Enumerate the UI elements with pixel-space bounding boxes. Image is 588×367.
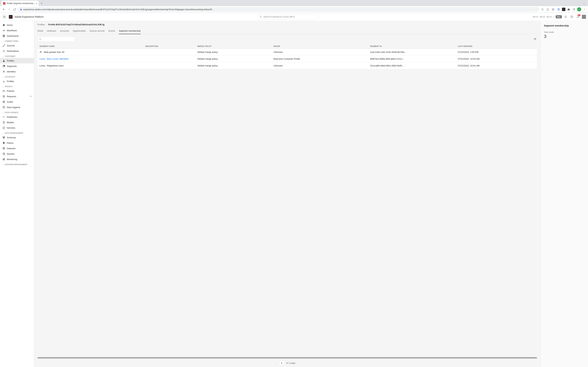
page-of-text: of 1 page: [286, 362, 295, 364]
column-header[interactable]: MERGE POLICY: [196, 44, 272, 49]
sidebar-item-label: Dashboards: [7, 35, 19, 37]
prev-page-button[interactable]: ‹: [275, 362, 277, 364]
url-bar[interactable]: experience.adobe.com/#/@salesvelocity/sn…: [18, 7, 539, 12]
tabs-dropdown-icon[interactable]: ⌄: [581, 2, 587, 5]
sidebar-item-schemas[interactable]: Schemas: [0, 135, 34, 140]
hamburger-menu-button[interactable]: [2, 14, 7, 19]
sidebar-item-dashboards[interactable]: Dashboards: [0, 33, 34, 39]
sandbox-indicator[interactable]: [533, 16, 538, 18]
panel-icon[interactable]: [572, 8, 576, 10]
sidebar-item-profiles[interactable]: Profiles: [0, 78, 34, 84]
browser-tab[interactable]: A Profile Segment membership | ×: [1, 1, 39, 6]
column-settings-icon[interactable]: [533, 37, 537, 41]
sidebar-item-workflows[interactable]: Workflows: [0, 28, 34, 33]
share-icon[interactable]: [546, 8, 550, 11]
sidebar-item-models[interactable]: Models: [0, 120, 34, 125]
search-icon: [39, 38, 41, 40]
org-indicator[interactable]: [540, 16, 545, 18]
forward-button[interactable]: [7, 7, 11, 11]
tab-events[interactable]: Events: [108, 28, 115, 34]
tab-accounts[interactable]: Accounts: [60, 28, 69, 34]
next-page-button[interactable]: ›: [297, 362, 299, 364]
sidebar-item-destinations[interactable]: Destinations: [0, 48, 34, 54]
column-header[interactable]: DESCRIPTION: [144, 44, 196, 49]
sidebar-item-services[interactable]: Services: [0, 125, 34, 131]
column-header[interactable]: SEGMENT ID: [368, 44, 456, 49]
search-url-icon[interactable]: [541, 8, 545, 11]
tab-source-records[interactable]: Source records: [90, 28, 105, 34]
table-search-input[interactable]: [37, 36, 75, 42]
apps-grid-icon[interactable]: [563, 15, 568, 19]
svg-point-23: [3, 106, 5, 107]
new-tab-button[interactable]: +: [39, 2, 43, 5]
sidebar-item-segments[interactable]: Segments: [0, 63, 34, 69]
profile-avatar[interactable]: J: [577, 7, 581, 11]
table-cell: [144, 49, 196, 56]
extensions-icon[interactable]: [567, 8, 571, 11]
table-row[interactable]: Luma - Registered usersDefault merge pol…: [37, 62, 537, 69]
extension-1password-icon[interactable]: [556, 8, 561, 11]
sidebar-section-accounts[interactable]: ⌄ACCOUNTS: [0, 74, 34, 78]
tab-segment-membership[interactable]: Segment membership: [119, 28, 140, 34]
sidebar-item-policies[interactable]: Policies: [0, 88, 34, 94]
sidebar-item-requests[interactable]: Requests⧉: [0, 94, 34, 99]
bookmark-star-icon[interactable]: [551, 8, 555, 11]
sidebar-item-identities[interactable]: Identities: [0, 69, 34, 74]
table-cell: 2ca112da-144c-4191-8439-bb7efd...: [368, 49, 456, 56]
table-row[interactable]: Luma - Blue Luma+ MembersDefault merge p…: [37, 56, 537, 62]
lock-icon: [20, 8, 22, 10]
sidebar-item-data-hygiene[interactable]: Data Hygiene: [0, 104, 34, 110]
sidebar-item-audits[interactable]: Audits: [0, 99, 34, 104]
user-avatar-icon[interactable]: [582, 15, 586, 19]
reload-button[interactable]: [13, 7, 17, 11]
sidebar-section-data-management[interactable]: ⌄DATA MANAGEMENT: [0, 131, 34, 135]
column-header[interactable]: SEGMENT NAME: [37, 44, 144, 49]
page-number-input[interactable]: [279, 361, 285, 365]
chevron-down-icon: ⌄: [2, 164, 4, 166]
help-icon[interactable]: [570, 15, 574, 19]
env-indicator[interactable]: [546, 16, 552, 18]
tab-detail[interactable]: Detail: [37, 28, 43, 34]
schemas-icon: [2, 136, 5, 139]
sidebar-item-queries[interactable]: Queries: [0, 151, 34, 157]
sidebar-item-label: Audits: [7, 100, 13, 103]
sidebar-section-data-science[interactable]: ⌄DATA SCIENCE: [0, 110, 34, 114]
tab-attributes[interactable]: Attributes: [47, 28, 56, 34]
sidebar-item-profiles[interactable]: Profiles: [0, 58, 34, 63]
sidebar-item-places[interactable]: Places: [0, 140, 34, 146]
sidebar-item-label: Datasets: [7, 147, 16, 150]
sources-icon: [2, 44, 5, 47]
sidebar-item-monitoring[interactable]: Monitoring: [0, 157, 34, 162]
svg-point-33: [536, 38, 536, 39]
chevron-down-icon: ⌄: [2, 76, 4, 78]
sidebar-section-decision-management[interactable]: ⌄DECISION MANAGEMENT: [0, 162, 34, 166]
sidebar-section-privacy[interactable]: ⌄PRIVACY: [0, 84, 34, 88]
tab-close-icon[interactable]: ×: [35, 2, 37, 5]
tab-opportunities[interactable]: Opportunities: [73, 28, 86, 34]
svg-point-5: [565, 16, 565, 16]
back-button[interactable]: [2, 7, 6, 11]
sidebar-section-connections[interactable]: ⌄CONNECTIONS: [0, 39, 34, 43]
table-cell: Default merge policy: [196, 49, 272, 56]
browser-menu-icon[interactable]: ⋮: [583, 8, 586, 11]
extension-adobe-icon[interactable]: ▲: [562, 8, 565, 11]
browser-toolbar: experience.adobe.com/#/@salesvelocity/sn…: [0, 6, 588, 13]
table-row[interactable]: JF - Male greater than 30Default merge p…: [37, 49, 537, 56]
column-header[interactable]: ORIGIN: [272, 44, 368, 49]
global-search-input[interactable]: Search Experience Cloud (⌘+/): [258, 14, 319, 19]
svg-point-0: [542, 8, 543, 10]
sidebar-item-sources[interactable]: Sources: [0, 43, 34, 48]
section-label: DECISION MANAGEMENT: [5, 164, 27, 166]
svg-rect-18: [4, 36, 5, 37]
breadcrumb-parent[interactable]: Profiles: [37, 23, 45, 26]
sidebar-section-customer[interactable]: ⌄CUSTOMER: [0, 54, 34, 58]
sidebar-item-label: Models: [7, 121, 14, 124]
sidebar-item-home[interactable]: Home: [0, 22, 34, 28]
section-label: DATA MANAGEMENT: [5, 132, 24, 134]
services-icon: [2, 126, 5, 129]
sidebar-item-notebooks[interactable]: Notebooks: [0, 114, 34, 120]
column-header[interactable]: LAST MODIFIED: [456, 44, 537, 49]
sidebar-item-datasets[interactable]: Datasets: [0, 146, 34, 151]
notifications-icon[interactable]: 9+: [576, 15, 580, 19]
horizontal-scrollbar[interactable]: [37, 357, 537, 359]
